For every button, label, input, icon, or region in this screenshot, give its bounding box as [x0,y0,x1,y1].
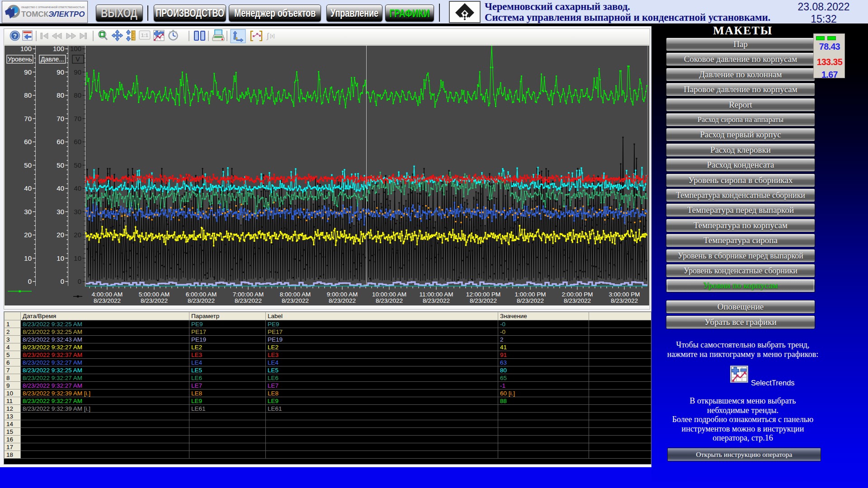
svg-text:10: 10 [57,254,64,262]
svg-text:8/23/2022: 8/23/2022 [564,297,591,304]
svg-text:8/23/2022: 8/23/2022 [282,297,309,304]
svg-text:[x]: [x] [270,33,275,38]
svg-text:8:00:00 AM: 8:00:00 AM [280,291,311,298]
svg-text:ТОМСКЭЛЕКТРО: ТОМСКЭЛЕКТРО [21,10,85,19]
svg-text:Давле...: Давле... [41,56,64,63]
svg-text:5:00:00 AM: 5:00:00 AM [139,291,170,298]
svg-text:12:00:00 PM: 12:00:00 PM [466,291,501,298]
svg-text:2:00:00 PM: 2:00:00 PM [561,291,593,298]
svg-text:3:00:00 PM: 3:00:00 PM [609,291,640,298]
svg-text:90: 90 [24,68,32,76]
svg-text:70: 70 [74,115,81,122]
svg-text:0: 0 [78,277,81,285]
svg-text:100: 100 [70,46,81,52]
svg-text:0: 0 [61,277,64,285]
svg-text:8/23/2022: 8/23/2022 [423,297,450,304]
svg-text:80: 80 [74,91,81,99]
svg-text:6:00:00 AM: 6:00:00 AM [186,291,217,298]
svg-text:90: 90 [74,68,81,76]
svg-text:8/23/2022: 8/23/2022 [188,297,215,304]
svg-text:8/23/2022: 8/23/2022 [470,297,497,304]
svg-text:7:00:00 AM: 7:00:00 AM [233,291,264,298]
svg-text:40: 40 [74,184,81,192]
svg-text:1:00:00 PM: 1:00:00 PM [514,291,546,298]
svg-text:70: 70 [24,115,32,122]
svg-text:8/23/2022: 8/23/2022 [94,297,121,304]
svg-text:8/23/2022: 8/23/2022 [329,297,356,304]
svg-text:10: 10 [74,254,81,262]
svg-text:?: ? [13,33,17,39]
svg-text:0: 0 [28,277,32,285]
svg-text:30: 30 [74,208,81,216]
svg-text:V: V [75,56,80,63]
svg-text:10: 10 [24,254,32,262]
svg-text:4:00:00 AM: 4:00:00 AM [92,291,123,298]
svg-text:60: 60 [74,138,81,145]
svg-text:ОБЩЕСТВО С ОГРАНИЧЕННОЙ ОТВЕТС: ОБЩЕСТВО С ОГРАНИЧЕННОЙ ОТВЕТСТВЕННОСТЬЮ [21,5,85,9]
svg-text:80: 80 [24,91,32,99]
svg-text:11:00:00 AM: 11:00:00 AM [420,291,453,298]
svg-text:10:00:00 AM: 10:00:00 AM [372,291,406,298]
svg-text:70: 70 [57,115,64,122]
svg-text:40: 40 [57,184,64,192]
svg-text:9:00:00 AM: 9:00:00 AM [327,291,358,298]
svg-text:100: 100 [20,46,32,52]
svg-text:8/23/2022: 8/23/2022 [235,297,262,304]
svg-text:60: 60 [57,138,64,145]
svg-text:∫: ∫ [266,32,269,40]
svg-text:100: 100 [53,46,64,52]
svg-text:Уровень: Уровень [8,56,32,63]
svg-text:8/23/2022: 8/23/2022 [141,297,168,304]
svg-text:30: 30 [57,208,64,216]
svg-text:8/23/2022: 8/23/2022 [611,297,638,304]
svg-text:1:1: 1:1 [141,33,148,38]
svg-text:50: 50 [24,161,32,169]
svg-text:50: 50 [57,161,64,169]
svg-text:50: 50 [74,161,81,169]
svg-text:8/23/2022: 8/23/2022 [376,297,403,304]
svg-text:40: 40 [24,184,32,192]
svg-text:8/23/2022: 8/23/2022 [517,297,544,304]
svg-text:30: 30 [24,208,32,216]
svg-text:60: 60 [24,138,32,145]
svg-text:20: 20 [24,231,32,239]
svg-text:90: 90 [57,68,64,76]
svg-text:80: 80 [57,91,64,99]
svg-text:20: 20 [74,231,81,239]
svg-text:20: 20 [57,231,64,239]
